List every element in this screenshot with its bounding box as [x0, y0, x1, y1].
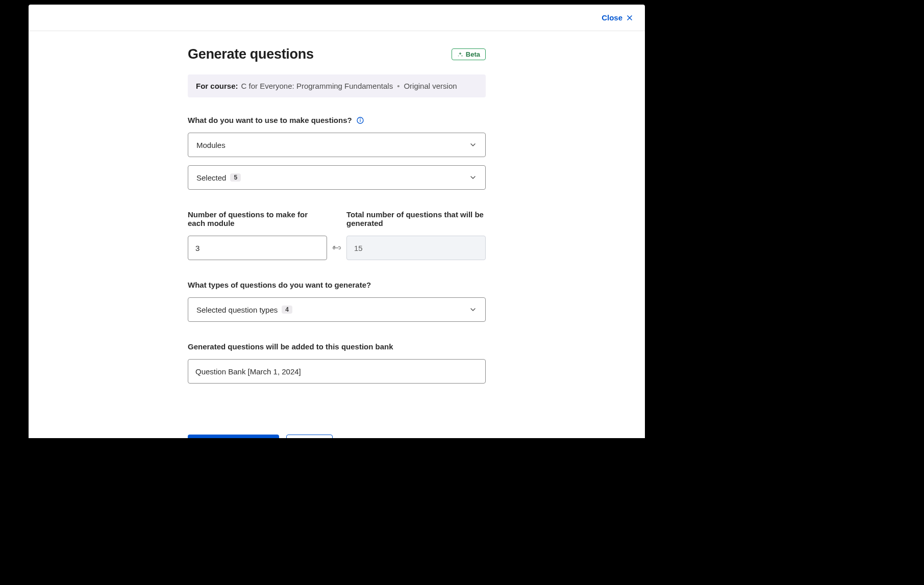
close-button[interactable]: Close — [602, 13, 634, 22]
course-label: For course: — [196, 82, 238, 90]
total-col: Total number of questions that will be g… — [346, 210, 486, 260]
selected-modules-count: 5 — [230, 173, 241, 182]
action-row: Start generating Cancel — [188, 435, 486, 438]
types-label: What types of questions do you want to g… — [188, 281, 486, 289]
beta-label: Beta — [466, 50, 480, 58]
info-icon[interactable] — [356, 116, 364, 124]
cancel-button[interactable]: Cancel — [286, 435, 333, 438]
bank-section: Generated questions will be added to thi… — [188, 342, 486, 384]
selected-modules-select[interactable]: Selected 5 — [188, 165, 486, 190]
sparkle-icon — [457, 52, 463, 58]
content-column: Generate questions Beta For course: C fo… — [188, 46, 486, 438]
question-types-count: 4 — [282, 306, 292, 314]
total-label: Total number of questions that will be g… — [346, 210, 486, 227]
course-info-bar: For course: C for Everyone: Programming … — [188, 74, 486, 97]
per-module-label: Number of questions to make for each mod… — [188, 210, 327, 227]
modal-header: Close — [29, 5, 645, 31]
source-label-row: What do you want to use to make question… — [188, 116, 486, 124]
types-section: What types of questions do you want to g… — [188, 281, 486, 322]
per-module-col: Number of questions to make for each mod… — [188, 210, 327, 260]
beta-badge: Beta — [452, 48, 486, 60]
close-label: Close — [602, 13, 622, 22]
selected-modules-label: Selected — [196, 173, 226, 182]
chevron-down-icon — [469, 306, 477, 314]
total-output — [346, 236, 486, 260]
question-bank-input[interactable] — [188, 359, 486, 384]
modal-body: Generate questions Beta For course: C fo… — [29, 31, 645, 438]
course-version: Original version — [404, 82, 457, 90]
source-type-value: Modules — [196, 141, 226, 149]
dot-separator: • — [397, 82, 399, 90]
chevron-down-icon — [469, 173, 477, 182]
bank-label: Generated questions will be added to thi… — [188, 342, 486, 351]
source-type-select[interactable]: Modules — [188, 133, 486, 157]
title-row: Generate questions Beta — [188, 46, 486, 62]
svg-point-2 — [360, 119, 360, 119]
course-name: C for Everyone: Programming Fundamentals — [241, 82, 393, 90]
question-types-label: Selected question types — [196, 306, 278, 314]
link-icon-wrap — [327, 236, 346, 260]
modal: Close Generate questions Beta For course… — [29, 5, 645, 438]
source-section: What do you want to use to make question… — [188, 116, 486, 190]
start-generating-button[interactable]: Start generating — [188, 435, 279, 438]
close-icon — [626, 14, 634, 22]
link-icon — [332, 245, 341, 251]
source-label: What do you want to use to make question… — [188, 116, 352, 124]
count-row: Number of questions to make for each mod… — [188, 210, 486, 260]
per-module-input[interactable] — [188, 236, 327, 260]
page-title: Generate questions — [188, 46, 314, 62]
chevron-down-icon — [469, 141, 477, 149]
question-types-select[interactable]: Selected question types 4 — [188, 297, 486, 322]
